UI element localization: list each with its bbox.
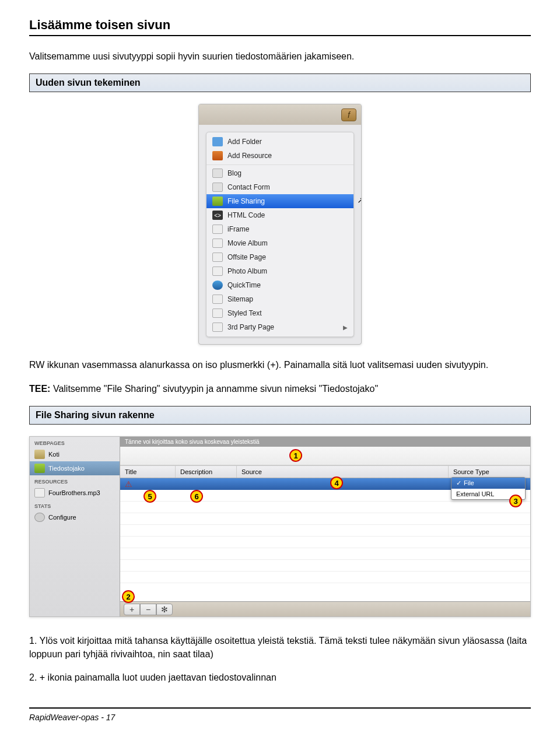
sidebar-item-tiedostojako[interactable]: Tiedostojako — [30, 461, 120, 475]
menu-item-blog[interactable]: Blog — [206, 164, 354, 180]
blog-icon — [212, 169, 223, 178]
menu-item-contact-form[interactable]: Contact Form — [206, 180, 354, 194]
section-header-1: Uuden sivun tekeminen — [29, 73, 531, 92]
dropdown-item-file[interactable]: ✓File — [452, 478, 525, 489]
menu-item-offsite-page[interactable]: Offsite Page — [206, 250, 354, 264]
toolbar-script-button[interactable]: f — [341, 108, 356, 121]
cell-desc[interactable] — [176, 478, 237, 490]
menu-label: Sitemap — [228, 295, 253, 303]
menu-label: File Sharing — [228, 197, 265, 205]
list-item-2: 2. + ikonia painamalla luot uuden jaetta… — [29, 671, 531, 684]
intro-text-bar[interactable]: Tänne voi kirjoittaa koko sivua koskevaa… — [120, 437, 530, 447]
table-row — [120, 537, 530, 548]
photo-icon — [212, 267, 223, 276]
menu-label: HTML Code — [228, 211, 265, 219]
context-menu: Add Folder Add Resource Blog Contact For… — [206, 132, 354, 337]
warning-icon: ⚠ — [120, 478, 176, 490]
marker-2: 2 — [122, 590, 135, 603]
menu-label: Movie Album — [228, 239, 268, 247]
table-row — [120, 502, 530, 513]
table-row — [120, 548, 530, 560]
list-item-1: 1. Ylös voit kirjoittaa mitä tahansa käy… — [29, 635, 531, 661]
menu-item-photo-album[interactable]: Photo Album — [206, 264, 354, 278]
menu-item-add-resource[interactable]: Add Resource — [206, 149, 354, 163]
check-icon: ✓ — [456, 479, 461, 486]
menu-item-file-sharing[interactable]: File Sharing — [206, 194, 354, 208]
dd-label: File — [464, 479, 474, 486]
menu-label: iFrame — [228, 225, 249, 233]
sidebar-item-label: Koti — [48, 451, 60, 458]
file-sharing-icon — [212, 197, 223, 206]
sidebar-header-webpages: WEBPAGES — [30, 437, 120, 447]
html-icon: <> — [212, 211, 223, 220]
menu-label: Add Resource — [228, 152, 272, 160]
menu-label: Contact Form — [228, 183, 270, 191]
table-row — [120, 525, 530, 537]
main-panel: Tänne voi kirjoittaa koko sivua koskevaa… — [120, 437, 530, 616]
menu-item-movie-album[interactable]: Movie Album — [206, 236, 354, 250]
menu-item-sitemap[interactable]: Sitemap — [206, 292, 354, 306]
table-row-selected[interactable]: ⚠ 4 ✓File External URL — [120, 478, 530, 490]
home-icon — [34, 450, 45, 459]
screenshot-menu: f Add Folder Add Resource Blog Contact F… — [198, 104, 362, 345]
iframe-icon — [212, 225, 223, 234]
table-header: Title Description Source Source Type — [120, 465, 530, 478]
sidebar-item-mp3[interactable]: FourBrothers.mp3 — [30, 486, 120, 500]
footer-text: RapidWeaver-opas - 17 — [29, 713, 115, 722]
sitemap-icon — [212, 295, 223, 304]
menu-label: Add Folder — [228, 138, 262, 146]
quicktime-icon — [212, 281, 223, 290]
sidebar-item-label: Configure — [48, 514, 76, 521]
sidebar-item-koti[interactable]: Koti — [30, 447, 120, 461]
title-underline — [29, 35, 531, 36]
resource-icon — [212, 151, 223, 160]
file-sharing-icon — [34, 464, 45, 473]
th-source-type[interactable]: Source Type — [449, 466, 530, 478]
sidebar-header-stats: STATS — [30, 500, 120, 510]
folder-icon — [212, 137, 223, 146]
table-row — [120, 513, 530, 525]
th-description[interactable]: Description — [176, 466, 237, 478]
settings-button[interactable]: ✻ — [156, 604, 173, 615]
intro-area[interactable]: 1 — [120, 447, 530, 465]
menu-item-3rd-party[interactable]: 3rd Party Page ▶ — [206, 320, 354, 334]
table-row — [120, 572, 530, 583]
marker-1: 1 — [289, 449, 302, 462]
marker-3: 3 — [509, 495, 522, 507]
menu-label: Blog — [228, 169, 242, 177]
contact-icon — [212, 183, 223, 192]
menu-item-html-code[interactable]: <> HTML Code — [206, 208, 354, 222]
sidebar-item-label: FourBrothers.mp3 — [48, 489, 100, 496]
menu-label: Offsite Page — [228, 253, 266, 261]
paragraph-1: RW ikkunan vasemmassa alanurkassa on iso… — [29, 359, 531, 371]
tee-text: Valitsemme "File Sharing" sivutyypin ja … — [50, 384, 378, 394]
file-icon — [34, 488, 45, 497]
toolbar: f — [199, 104, 361, 125]
paragraph-2: TEE: Valitsemme "File Sharing" sivutyypi… — [29, 383, 531, 395]
menu-item-quicktime[interactable]: QuickTime — [206, 278, 354, 292]
menu-item-styled-text[interactable]: Styled Text — [206, 306, 354, 320]
page-title: Lisäämme toisen sivun — [29, 17, 531, 33]
th-title[interactable]: Title — [120, 466, 176, 478]
menu-item-add-folder[interactable]: Add Folder — [206, 135, 354, 149]
sidebar-item-configure[interactable]: Configure — [30, 510, 120, 524]
section-header-2: File Sharing sivun rakenne — [29, 406, 531, 425]
menu-label: QuickTime — [228, 281, 261, 289]
movie-icon — [212, 239, 223, 248]
tee-label: TEE: — [29, 384, 50, 394]
th-source[interactable]: Source — [237, 466, 449, 478]
third-party-icon — [212, 323, 223, 332]
add-button[interactable]: + — [124, 604, 140, 615]
offsite-icon — [212, 253, 223, 262]
sidebar-header-resources: RESOURCES — [30, 475, 120, 486]
remove-button[interactable]: − — [140, 604, 156, 615]
sidebar: WEBPAGES Koti Tiedostojako RESOURCES Fou… — [30, 437, 120, 616]
menu-item-iframe[interactable]: iFrame — [206, 222, 354, 236]
styled-text-icon — [212, 309, 223, 318]
menu-label: Styled Text — [228, 309, 261, 317]
bottom-toolbar: + − ✻ 2 — [120, 601, 530, 616]
footer-divider: RapidWeaver-opas - 17 — [29, 707, 531, 723]
menu-label: 3rd Party Page — [228, 323, 274, 331]
chevron-right-icon: ▶ — [343, 324, 348, 331]
marker-4: 4 — [330, 476, 343, 489]
